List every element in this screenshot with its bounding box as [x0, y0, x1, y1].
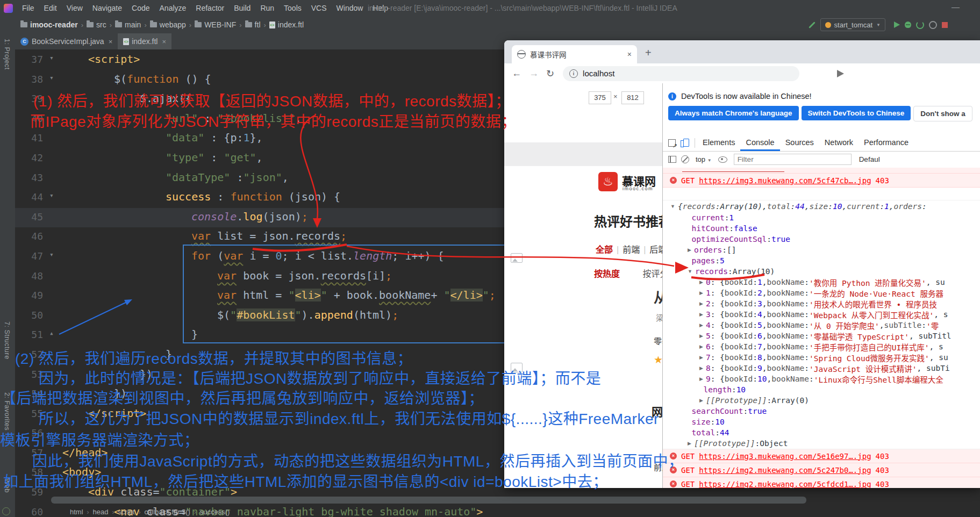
coverage-button[interactable]: [916, 21, 924, 29]
category-tab[interactable]: 前端: [623, 245, 640, 254]
browser-tab[interactable]: 慕课书评网 ×: [512, 45, 637, 63]
devtools-tab-console[interactable]: Console: [740, 134, 779, 151]
expander-icon[interactable]: ▶: [699, 376, 703, 382]
run-button[interactable]: [894, 21, 900, 28]
error-link[interactable]: https://img3.mukewang.com/5cf47cb….jpg: [699, 176, 871, 185]
expander-icon[interactable]: ▶: [699, 355, 703, 360]
status-crumb[interactable]: head: [93, 508, 109, 516]
clear-console-icon[interactable]: [681, 155, 689, 163]
error-link[interactable]: https://img3.mukewang.com/5e16e97….jpg: [699, 452, 871, 461]
menu-vcs[interactable]: VCS: [306, 4, 332, 12]
expander-icon[interactable]: ▶: [699, 365, 703, 371]
expander-icon[interactable]: ▶: [699, 344, 703, 349]
sort-by-hot-tab[interactable]: 按热度: [594, 269, 620, 278]
menu-navigate[interactable]: Navigate: [88, 4, 127, 12]
fold-icon[interactable]: ▾: [49, 191, 54, 199]
devtools-tab-sources[interactable]: Sources: [780, 134, 819, 151]
breadcrumb-item[interactable]: <>index.ftl: [269, 20, 304, 29]
menu-analyze[interactable]: Analyze: [155, 4, 191, 12]
breadcrumb-item[interactable]: WEB-INF: [195, 20, 236, 29]
fold-icon[interactable]: ▾: [49, 250, 54, 258]
horizontal-scrollbar[interactable]: [51, 497, 806, 504]
tab-BookServiceImpl.java[interactable]: CBookServiceImpl.java×: [15, 33, 118, 49]
status-crumb[interactable]: html: [70, 508, 83, 516]
dismiss-button[interactable]: Don't show a: [913, 106, 972, 121]
fold-icon[interactable]: ▾: [49, 74, 54, 82]
breadcrumb-item[interactable]: ftl: [245, 20, 261, 29]
status-crumb[interactable]: callback for $(): [145, 508, 190, 516]
menu-edit[interactable]: Edit: [39, 4, 62, 12]
stop-button[interactable]: [942, 22, 948, 28]
menu-build[interactable]: Build: [229, 4, 255, 12]
expander-icon[interactable]: ▶: [688, 247, 691, 253]
tool-label-project[interactable]: 1: Project: [3, 39, 11, 70]
forward-icon[interactable]: →: [529, 68, 539, 79]
breadcrumb-item[interactable]: src: [87, 20, 106, 29]
site-info-icon[interactable]: i: [569, 69, 578, 78]
address-bar[interactable]: i localhost: [563, 66, 799, 81]
breadcrumb-item[interactable]: imooc-reader: [20, 20, 78, 29]
device-height-input[interactable]: 812: [621, 91, 644, 104]
close-icon[interactable]: ×: [162, 38, 166, 46]
console-toolbar: top ▼ Defaul: [663, 151, 980, 168]
status-crumb[interactable]: success(): [200, 508, 230, 516]
reload-icon[interactable]: ↻: [546, 68, 554, 80]
console-sidebar-icon[interactable]: [668, 156, 676, 163]
expander-icon[interactable]: ▶: [688, 441, 691, 446]
device-toolbar-icon[interactable]: [683, 139, 689, 147]
menu-run[interactable]: Run: [255, 4, 279, 12]
breadcrumb-item[interactable]: main: [115, 20, 141, 29]
run-config-dropdown[interactable]: start_tomcat ▼: [820, 18, 885, 31]
tab-close-icon[interactable]: ×: [627, 50, 632, 59]
expander-icon[interactable]: ▼: [688, 269, 692, 274]
menu-refactor[interactable]: Refactor: [191, 4, 229, 12]
debug-button[interactable]: [905, 21, 911, 28]
menu-window[interactable]: Window: [332, 4, 368, 12]
tool-label-structure[interactable]: 7: Structure: [3, 321, 11, 360]
tab-index.ftl[interactable]: <>index.ftl×: [118, 33, 171, 49]
status-crumb[interactable]: script: [118, 508, 134, 516]
breadcrumb-separator: ›: [144, 21, 146, 29]
expander-icon[interactable]: ▶: [699, 301, 703, 306]
error-link[interactable]: https://img2.mukewang.com/5c247b0….jpg: [699, 466, 871, 475]
device-width-input[interactable]: 375: [589, 91, 611, 104]
menu-code[interactable]: Code: [127, 4, 154, 12]
expander-icon[interactable]: ▶: [699, 333, 703, 339]
category-tab[interactable]: 后端: [649, 245, 662, 254]
new-tab-button[interactable]: +: [645, 47, 652, 59]
menu-file[interactable]: File: [17, 4, 39, 12]
close-icon[interactable]: ×: [109, 38, 113, 46]
menu-tools[interactable]: Tools: [279, 4, 306, 12]
log-levels-dropdown[interactable]: Defaul: [859, 155, 880, 163]
devtools-tab-network[interactable]: Network: [819, 134, 859, 151]
back-icon[interactable]: ←: [512, 68, 521, 79]
fold-icon[interactable]: ▾: [49, 54, 54, 62]
folder-icon: [87, 22, 94, 27]
expander-icon[interactable]: ▼: [670, 204, 675, 209]
minimize-icon[interactable]: —: [952, 2, 960, 11]
expander-icon[interactable]: ▶: [699, 398, 703, 403]
edit-config-icon[interactable]: [809, 21, 816, 28]
devtools-tab-elements[interactable]: Elements: [697, 134, 740, 151]
expander-icon[interactable]: ▶: [699, 312, 703, 317]
profiler-button[interactable]: [929, 21, 937, 29]
error-link[interactable]: https://img2.mukewang.com/5cfdcd1….jpg: [699, 480, 871, 489]
switch-chinese-button[interactable]: Switch DevTools to Chinese: [802, 106, 911, 120]
match-language-button[interactable]: Always match Chrome's language: [668, 106, 799, 120]
inspect-element-icon[interactable]: [668, 139, 676, 147]
expander-icon[interactable]: ▶: [699, 322, 703, 328]
devtools-tab-performance[interactable]: Performance: [859, 134, 914, 151]
menu-view[interactable]: View: [62, 4, 88, 12]
category-tab[interactable]: 全部: [596, 245, 613, 254]
context-dropdown[interactable]: top ▼: [696, 155, 712, 163]
live-expression-icon[interactable]: [718, 156, 727, 163]
console-object-preview[interactable]: ▼{records: Array(10), total: 44, size: 1…: [663, 200, 980, 212]
run-config-label: start_tomcat: [834, 21, 873, 29]
expander-icon[interactable]: ▶: [699, 279, 703, 285]
sort-by-score-tab[interactable]: 按评分: [642, 269, 662, 278]
breadcrumb-item[interactable]: webapp: [150, 20, 186, 29]
expander-icon[interactable]: ▶: [699, 290, 703, 296]
console-filter-input[interactable]: [734, 154, 852, 165]
fold-icon[interactable]: ▴: [49, 329, 54, 337]
send-arrow-icon[interactable]: [837, 70, 844, 77]
